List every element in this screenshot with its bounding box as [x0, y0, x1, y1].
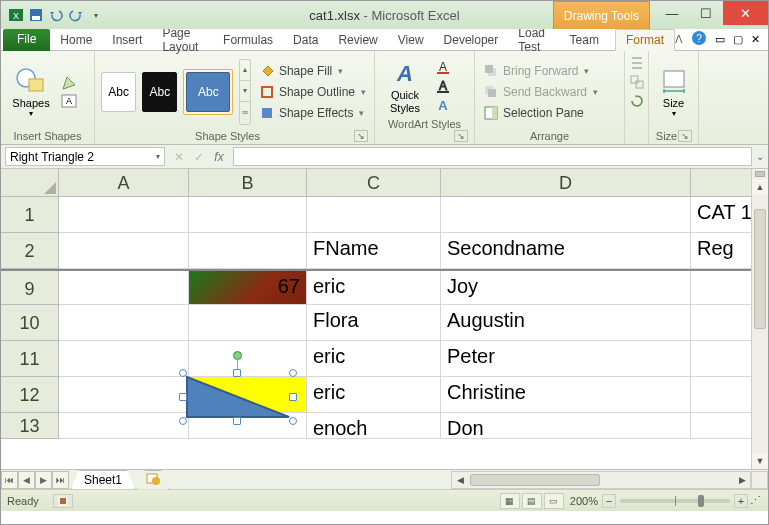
minimize-ribbon-icon[interactable]: ᐱ: [675, 33, 683, 46]
cell-E11[interactable]: [691, 341, 753, 377]
tab-insert[interactable]: Insert: [102, 30, 152, 50]
cell-C12[interactable]: eric: [307, 377, 441, 413]
cell-C11[interactable]: eric: [307, 341, 441, 377]
cell-C13[interactable]: enoch: [307, 413, 441, 439]
resize-handle-se[interactable]: [289, 417, 297, 425]
tab-team[interactable]: Team: [560, 30, 609, 50]
cell-B1[interactable]: [189, 197, 307, 233]
quick-styles-button[interactable]: A Quick Styles: [381, 57, 429, 113]
resize-handle-nw[interactable]: [179, 369, 187, 377]
size-button[interactable]: Size ▾: [655, 65, 692, 118]
cell-B10[interactable]: [189, 305, 307, 341]
view-normal-icon[interactable]: ▦: [500, 493, 520, 509]
formula-input[interactable]: [233, 147, 752, 166]
zoom-slider[interactable]: [620, 499, 730, 503]
style-thumb-3-selected[interactable]: Abc: [183, 69, 233, 115]
scroll-left-icon[interactable]: ◀: [452, 475, 468, 485]
selected-shape-right-triangle[interactable]: [183, 373, 293, 421]
row-header-2[interactable]: 2: [1, 233, 59, 269]
cell-C9[interactable]: eric: [307, 271, 441, 305]
zoom-out-button[interactable]: −: [602, 494, 616, 508]
cell-D13[interactable]: Don: [441, 413, 691, 439]
formula-expand-icon[interactable]: ⌄: [752, 151, 768, 162]
align-icon[interactable]: [629, 55, 645, 71]
cell-C2[interactable]: FName: [307, 233, 441, 269]
style-thumb-1[interactable]: Abc: [101, 72, 136, 112]
sheet-nav-first-icon[interactable]: ⏮: [1, 471, 18, 489]
send-backward-button[interactable]: Send Backward▾: [481, 83, 618, 101]
cell-E1[interactable]: CAT 1: [691, 197, 753, 233]
cell-D11[interactable]: Peter: [441, 341, 691, 377]
bring-forward-button[interactable]: Bring Forward▾: [481, 62, 618, 80]
maximize-workbook-icon[interactable]: ▢: [733, 33, 743, 46]
tab-review[interactable]: Review: [328, 30, 387, 50]
resize-handle-n[interactable]: [233, 369, 241, 377]
close-workbook-icon[interactable]: ✕: [751, 33, 760, 46]
text-fill-icon[interactable]: A: [435, 59, 451, 75]
edit-shape-icon[interactable]: [61, 75, 77, 91]
scroll-up-icon[interactable]: ▲: [752, 179, 768, 195]
cell-C10[interactable]: Flora: [307, 305, 441, 341]
row-header-11[interactable]: 11: [1, 341, 59, 377]
cell-D9[interactable]: Joy: [441, 271, 691, 305]
tab-format[interactable]: Format: [615, 29, 675, 51]
style-gallery-spinner[interactable]: ▴▾═: [239, 59, 250, 125]
row-header-9[interactable]: 9: [1, 271, 59, 305]
shapes-button[interactable]: Shapes ▾: [7, 65, 55, 118]
cell-D2[interactable]: Secondname: [441, 233, 691, 269]
tab-formulas[interactable]: Formulas: [213, 30, 283, 50]
text-box-icon[interactable]: A: [61, 93, 77, 109]
cell-C1[interactable]: [307, 197, 441, 233]
cell-E13[interactable]: [691, 413, 753, 439]
col-header-B[interactable]: B: [189, 169, 307, 197]
resize-handle-e[interactable]: [289, 393, 297, 401]
sheet-nav-last-icon[interactable]: ⏭: [52, 471, 69, 489]
scroll-thumb-h[interactable]: [470, 474, 600, 486]
macro-record-icon[interactable]: [53, 494, 73, 508]
tab-file[interactable]: File: [3, 29, 50, 51]
resize-handle-sw[interactable]: [179, 417, 187, 425]
cell-A10[interactable]: [59, 305, 189, 341]
select-all-button[interactable]: [1, 169, 59, 197]
col-header-C[interactable]: C: [307, 169, 441, 197]
zoom-in-button[interactable]: +: [734, 494, 748, 508]
resize-grip-icon[interactable]: ⋰: [748, 494, 762, 507]
resize-handle-ne[interactable]: [289, 369, 297, 377]
resize-handle-s[interactable]: [233, 417, 241, 425]
cell-D12[interactable]: Christine: [441, 377, 691, 413]
resize-handle-w[interactable]: [179, 393, 187, 401]
view-page-layout-icon[interactable]: ▤: [522, 493, 542, 509]
cell-A9[interactable]: [59, 271, 189, 305]
tab-developer[interactable]: Developer: [434, 30, 509, 50]
cell-B9[interactable]: 67: [189, 271, 307, 305]
horizontal-scrollbar[interactable]: ◀ ▶: [451, 471, 751, 489]
style-thumb-2[interactable]: Abc: [142, 72, 177, 112]
sheet-tab-sheet1[interactable]: Sheet1: [71, 470, 135, 489]
cell-A2[interactable]: [59, 233, 189, 269]
text-effects-icon[interactable]: A: [435, 97, 451, 113]
tab-view[interactable]: View: [388, 30, 434, 50]
cell-E9[interactable]: [691, 271, 753, 305]
help-icon[interactable]: ?: [691, 30, 707, 49]
scroll-thumb-v[interactable]: [754, 209, 766, 329]
fbar-enter-icon[interactable]: ✓: [191, 150, 207, 164]
cell-A11[interactable]: [59, 341, 189, 377]
cell-D1[interactable]: [441, 197, 691, 233]
col-header-E[interactable]: [691, 169, 753, 197]
row-header-13[interactable]: 13: [1, 413, 59, 439]
sheet-nav-prev-icon[interactable]: ◀: [18, 471, 35, 489]
scroll-down-icon[interactable]: ▼: [752, 453, 768, 469]
cell-A13[interactable]: [59, 413, 189, 439]
shape-fill-button[interactable]: Shape Fill▾: [257, 62, 368, 80]
vertical-scrollbar[interactable]: ▲ ▼: [751, 169, 768, 469]
group-icon[interactable]: [629, 74, 645, 90]
qat-menu-icon[interactable]: ▾: [87, 6, 105, 24]
row-header-1[interactable]: 1: [1, 197, 59, 233]
close-button[interactable]: ✕: [723, 1, 768, 25]
shape-effects-button[interactable]: Shape Effects▾: [257, 104, 368, 122]
cell-E12[interactable]: [691, 377, 753, 413]
selection-pane-button[interactable]: Selection Pane: [481, 104, 618, 122]
sheet-nav-next-icon[interactable]: ▶: [35, 471, 52, 489]
col-header-A[interactable]: A: [59, 169, 189, 197]
text-outline-icon[interactable]: A: [435, 78, 451, 94]
